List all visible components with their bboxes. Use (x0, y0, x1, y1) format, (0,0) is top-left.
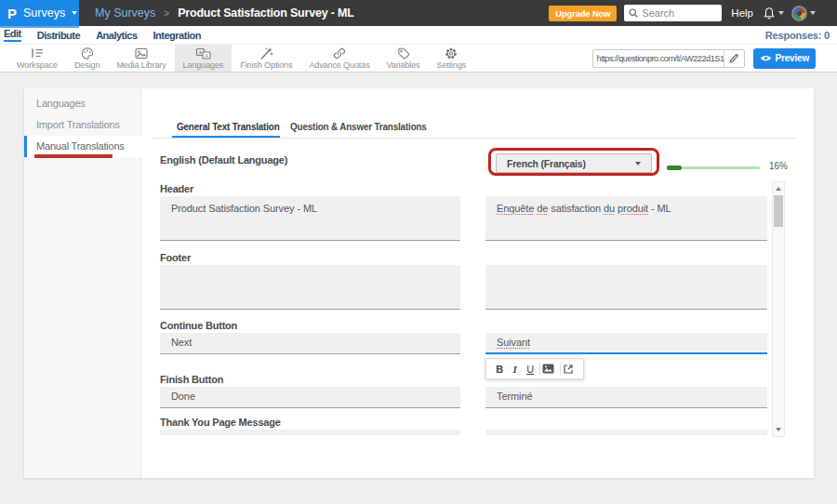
toolbar-item-languages[interactable]: aA Languages (175, 45, 232, 72)
sidebar-item-languages[interactable]: Languages (24, 93, 140, 114)
account-menu[interactable] (791, 6, 816, 21)
toolbar-item-variables[interactable]: Variables (379, 45, 429, 72)
tab-general-text-translation[interactable]: General Text Translation (177, 121, 280, 132)
product-name: Surveys (23, 7, 65, 20)
tab-analytics[interactable]: Analytics (96, 30, 137, 41)
sidebar-item-import-translations[interactable]: Import Translations (24, 114, 140, 136)
pencil-icon (729, 53, 739, 63)
toolbar-item-finish-options[interactable]: Finish Options (232, 45, 300, 72)
settings-icon (444, 46, 458, 60)
survey-url[interactable]: https://questionpro.com/t/AW222d1S1 (593, 54, 724, 63)
breadcrumb-separator: > (164, 8, 169, 19)
product-switcher[interactable]: P Surveys (0, 0, 79, 26)
italic-button[interactable]: I (507, 364, 522, 375)
search-placeholder: Search (642, 7, 674, 19)
sidebar-item-manual-translations[interactable]: Manual Translations (24, 136, 142, 157)
tab-distribute[interactable]: Distribute (37, 30, 80, 41)
field-label-finish-button: Finish Button (160, 374, 223, 385)
help-link[interactable]: Help (731, 7, 753, 19)
open-in-new-icon (563, 364, 574, 375)
tab-integration[interactable]: Integration (153, 30, 201, 41)
preview-button[interactable]: Preview (753, 48, 816, 69)
finish-french-input[interactable]: Terminé (485, 387, 767, 408)
header-french-textarea[interactable]: Enquête de satisfaction du produit - ML (485, 196, 767, 241)
default-language-label: English (Default Language) (160, 154, 287, 166)
continue-english-input[interactable]: Next (160, 333, 460, 354)
annotation-red-underline (34, 154, 113, 158)
bold-button[interactable]: B (492, 364, 507, 375)
footer-english-textarea[interactable] (160, 265, 460, 310)
image-icon (542, 364, 554, 374)
upgrade-now-button[interactable]: Upgrade Now (549, 6, 617, 21)
media-library-icon (134, 46, 149, 60)
tab-edit[interactable]: Edit (4, 28, 21, 42)
toolbar-item-media-library[interactable]: Media Library (108, 45, 174, 72)
edit-url-button[interactable] (724, 50, 744, 67)
toolbar-item-advance-quotas[interactable]: Advance Quotas (300, 45, 378, 72)
scroll-up-arrow[interactable] (776, 187, 781, 191)
top-bar: P Surveys My Surveys > Product Satisfact… (0, 0, 837, 26)
svg-text:a: a (199, 48, 203, 54)
field-label-footer: Footer (160, 252, 191, 263)
eye-icon (760, 54, 772, 62)
scroll-down-arrow[interactable] (776, 428, 781, 431)
edit-toolbar: Workspace Design Media Library aA Langua… (0, 45, 837, 73)
notifications-menu[interactable] (763, 7, 784, 20)
field-label-continue-button: Continue Button (160, 320, 237, 331)
underline-button[interactable]: U (523, 364, 538, 375)
survey-title: Product Satisfaction Survey - ML (178, 7, 353, 20)
survey-url-field[interactable]: https://questionpro.com/t/AW222d1S1 (592, 49, 745, 68)
page-background: Languages Import Translations Manual Tra… (0, 73, 837, 504)
languages-icon: aA (195, 46, 211, 60)
chevron-down-icon (810, 11, 816, 15)
manual-translations-panel: Languages Import Translations Manual Tra… (24, 88, 814, 478)
text-format-toolbar: B I U (485, 358, 584, 379)
scrollbar-thumb[interactable] (774, 195, 783, 227)
toolbar-item-workspace[interactable]: Workspace (8, 45, 66, 72)
search-icon (629, 8, 638, 18)
toolbar-item-settings[interactable]: Settings (429, 45, 475, 72)
avatar (791, 6, 807, 21)
responses-count[interactable]: Responses: 0 (765, 30, 830, 41)
field-label-header: Header (160, 183, 193, 194)
translations-sidebar: Languages Import Translations Manual Tra… (24, 88, 141, 478)
open-link-button[interactable] (563, 364, 578, 375)
translation-progress-percent: 16% (769, 161, 788, 171)
chevron-down-icon (635, 162, 641, 166)
translation-progress-bar (667, 166, 760, 169)
chevron-down-icon (72, 11, 77, 15)
field-label-thank-you: Thank You Page Message (160, 417, 281, 428)
finish-english-input[interactable]: Done (160, 387, 460, 408)
survey-nav: Edit Distribute Analytics Integration Re… (0, 26, 837, 45)
content-scrollbar[interactable] (772, 181, 785, 437)
translation-progress-fill (667, 166, 682, 170)
header-english-textarea[interactable]: Product Satisfaction Survey - ML (160, 196, 460, 241)
bell-icon (763, 7, 776, 20)
finish-options-icon (259, 46, 273, 60)
chevron-down-icon (778, 11, 784, 15)
thankyou-french-textarea[interactable] (485, 430, 767, 435)
svg-text:A: A (205, 52, 208, 58)
thankyou-english-textarea[interactable] (160, 430, 460, 435)
questionpro-logo: P (7, 7, 17, 20)
variables-icon (396, 46, 411, 60)
breadcrumb-my-surveys[interactable]: My Surveys (95, 7, 155, 20)
insert-image-button[interactable] (542, 364, 557, 374)
toolbar-item-design[interactable]: Design (66, 45, 108, 72)
workspace-icon (30, 46, 45, 60)
continue-french-input[interactable]: Suivant (485, 333, 767, 354)
global-search-input[interactable]: Search (624, 5, 722, 21)
breadcrumb: My Surveys > Product Satisfaction Survey… (95, 7, 354, 20)
design-icon (80, 46, 95, 60)
tabs-divider (152, 138, 795, 139)
advance-quotas-icon (332, 46, 347, 60)
footer-french-textarea[interactable] (485, 265, 767, 310)
language-select[interactable]: French (Français) (496, 153, 652, 173)
tab-question-answer-translations[interactable]: Question & Answer Translations (290, 121, 427, 132)
